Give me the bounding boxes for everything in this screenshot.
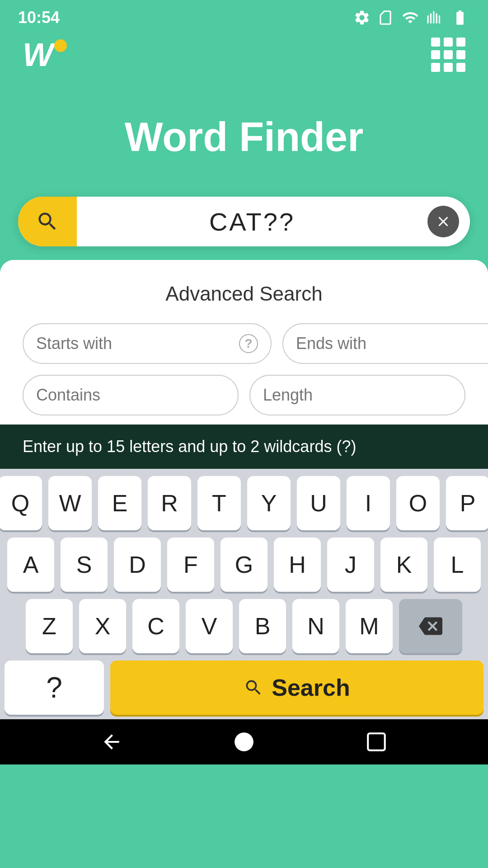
- keyboard-bottom-row: ? Search: [5, 660, 483, 715]
- key-L[interactable]: L: [434, 538, 481, 592]
- logo-text: W: [23, 36, 53, 73]
- search-icon-button[interactable]: [18, 197, 77, 246]
- contains-input[interactable]: [36, 386, 239, 405]
- svg-point-0: [54, 39, 67, 52]
- search-icon: [36, 210, 59, 233]
- hint-text: Enter up to 15 letters and up to 2 wildc…: [0, 425, 488, 469]
- top-bar: W: [0, 32, 488, 78]
- search-button-icon: [244, 678, 263, 698]
- advanced-search-title: Advanced Search: [23, 283, 465, 305]
- backspace-icon: [419, 614, 442, 638]
- key-B[interactable]: B: [239, 599, 286, 653]
- home-icon: [233, 731, 255, 753]
- key-U[interactable]: U: [297, 476, 340, 530]
- starts-with-field[interactable]: ?: [23, 323, 272, 364]
- search-button-label: Search: [272, 674, 350, 701]
- key-T[interactable]: T: [197, 476, 241, 530]
- starts-with-input[interactable]: [36, 334, 239, 353]
- key-V[interactable]: V: [186, 599, 233, 653]
- keyboard-row-3: Z X C V B N M: [5, 599, 483, 653]
- starts-with-help-icon[interactable]: ?: [239, 334, 258, 353]
- advanced-fields-row2: ? ?: [23, 375, 465, 415]
- title-area: Word Finder: [0, 78, 488, 197]
- contains-field[interactable]: ?: [23, 375, 239, 415]
- key-S[interactable]: S: [61, 538, 108, 592]
- battery-icon: [450, 9, 470, 26]
- key-delete[interactable]: [399, 599, 462, 653]
- key-I[interactable]: I: [347, 476, 390, 530]
- key-Q[interactable]: Q: [0, 476, 42, 530]
- status-bar: 10:54: [0, 0, 488, 32]
- key-A[interactable]: A: [7, 538, 54, 592]
- status-time: 10:54: [18, 8, 60, 27]
- signal-icon: [427, 9, 444, 26]
- keyboard-row-2: A S D F G H J K L: [5, 538, 483, 592]
- key-F[interactable]: F: [167, 538, 214, 592]
- key-wildcard[interactable]: ?: [5, 660, 104, 715]
- key-P[interactable]: P: [446, 476, 488, 530]
- key-Y[interactable]: Y: [247, 476, 291, 530]
- svg-point-1: [235, 732, 253, 751]
- nav-home-button[interactable]: [230, 728, 258, 755]
- key-K[interactable]: K: [380, 538, 427, 592]
- nav-recents-button[interactable]: [363, 728, 390, 755]
- key-G[interactable]: G: [221, 538, 267, 592]
- settings-icon: [353, 9, 371, 26]
- grid-menu-icon[interactable]: [431, 38, 465, 72]
- key-R[interactable]: R: [148, 476, 191, 530]
- logo[interactable]: W: [23, 36, 67, 73]
- page-title: Word Finder: [0, 114, 488, 160]
- nav-bar: [0, 719, 488, 764]
- search-bar-container: CAT??: [18, 197, 470, 246]
- logo-dot-icon: [54, 39, 67, 52]
- key-N[interactable]: N: [292, 599, 339, 653]
- key-M[interactable]: M: [346, 599, 393, 653]
- nav-back-button[interactable]: [98, 728, 125, 755]
- key-C[interactable]: C: [132, 599, 179, 653]
- keyboard-row-1: Q W E R T Y U I O P: [5, 476, 483, 530]
- close-icon: [435, 213, 451, 230]
- ends-with-field[interactable]: ?: [282, 323, 488, 364]
- wifi-icon: [400, 9, 420, 26]
- search-bar: CAT??: [18, 197, 470, 246]
- advanced-panel: Advanced Search ? ? ? ?: [0, 260, 488, 425]
- storage-icon: [377, 9, 394, 26]
- key-H[interactable]: H: [274, 538, 321, 592]
- key-D[interactable]: D: [114, 538, 161, 592]
- clear-button[interactable]: [427, 206, 459, 237]
- key-W[interactable]: W: [48, 476, 92, 530]
- ends-with-input[interactable]: [296, 334, 488, 353]
- length-input[interactable]: [263, 386, 465, 405]
- keyboard: Q W E R T Y U I O P A S D F G H J K L Z …: [0, 469, 488, 719]
- search-input[interactable]: CAT??: [77, 207, 427, 236]
- key-Z[interactable]: Z: [26, 599, 73, 653]
- status-icons: [353, 9, 470, 26]
- svg-rect-2: [368, 733, 385, 750]
- key-E[interactable]: E: [98, 476, 141, 530]
- search-button[interactable]: Search: [110, 660, 483, 715]
- back-icon: [100, 731, 123, 753]
- key-X[interactable]: X: [79, 599, 126, 653]
- advanced-fields-row1: ? ?: [23, 323, 465, 364]
- key-J[interactable]: J: [327, 538, 374, 592]
- recents-icon: [365, 731, 388, 753]
- length-field[interactable]: ?: [249, 375, 465, 415]
- key-O[interactable]: O: [396, 476, 440, 530]
